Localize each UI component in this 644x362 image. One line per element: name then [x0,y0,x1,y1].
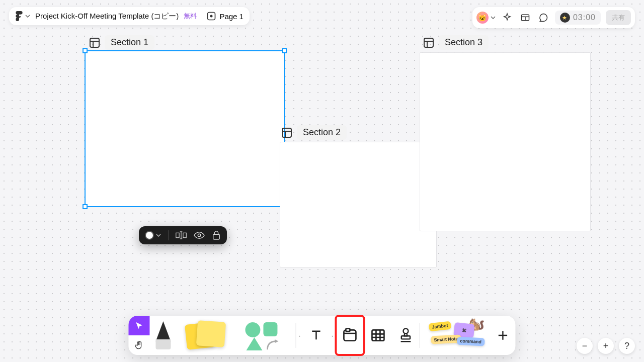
timer-chip[interactable]: ★ 03:00 [555,11,601,25]
sticky-note-tool[interactable] [177,316,235,355]
section-3-title: Section 3 [439,35,489,50]
pencil-tool[interactable] [149,316,177,355]
svg-rect-23 [346,329,350,331]
section-3-label[interactable]: Section 3 [423,35,489,50]
selection-handle-tl[interactable] [83,48,88,53]
figma-menu-button[interactable] [15,11,30,21]
separator-dot: · [329,316,336,355]
selection-handle-bl[interactable] [83,204,88,209]
timer-avatar-icon: ★ [560,13,570,23]
color-swatch-icon [145,231,154,240]
section-1-frame[interactable] [85,50,285,207]
topbar-right: 🐱 ★ 03:00 共有 [472,7,635,28]
lock-icon [212,230,221,240]
connector-arrow-icon [266,339,280,350]
section-2-frame[interactable] [280,142,437,267]
document-title[interactable]: Project Kick-Off Meeting Template (コピー) [35,12,179,21]
timer-value: 03:00 [573,13,596,22]
visibility-button[interactable] [194,231,205,239]
stamp-icon [398,327,414,343]
svg-rect-5 [90,38,99,47]
section-icon [423,37,435,49]
divider [168,230,169,240]
svg-rect-15 [183,233,186,237]
selection-handle-tr[interactable] [282,48,287,53]
zoom-controls: − + ? [577,338,635,354]
plus-icon [497,329,510,342]
topbar-left: Project Kick-Off Meeting Template (コピー) … [9,7,250,25]
svg-rect-20 [213,234,220,239]
svg-rect-8 [282,128,291,137]
section-2-title: Section 2 [297,125,347,140]
chevron-down-icon [156,234,161,237]
share-button[interactable]: 共有 [606,10,631,25]
pointer-icon [134,321,143,330]
ai-sparkle-button[interactable] [501,11,514,24]
main-toolbar: · · 🐿️ Jambot ⌘ Smart Note command [128,316,515,355]
contextual-toolbar [139,226,227,244]
user-avatar-menu[interactable]: 🐱 [476,12,496,24]
table-tool[interactable] [364,316,392,355]
stamp-tool[interactable] [392,316,420,355]
shapes-icon [244,320,286,350]
chevron-down-icon [25,15,30,18]
svg-rect-11 [424,38,433,47]
pointer-tool-group [128,316,149,355]
section-tool-icon [342,327,358,343]
widgets-icon: 🐿️ Jambot ⌘ Smart Note command [429,320,481,350]
more-tools-button[interactable] [491,316,516,355]
section-2-label[interactable]: Section 2 [281,125,347,140]
plan-badge[interactable]: 無料 [184,12,197,21]
user-avatar-icon: 🐱 [476,12,489,24]
section-icon [281,127,293,139]
separator-dot: · [296,316,303,355]
svg-point-29 [404,328,409,333]
sparkle-icon [502,13,512,23]
zoom-out-button[interactable]: − [577,338,593,354]
comment-icon [538,13,548,23]
pencil-icon [155,321,171,349]
text-tool[interactable] [303,316,329,355]
rename-button[interactable] [176,231,187,240]
svg-point-1 [210,15,213,18]
text-icon [309,328,323,342]
sticky-note-icon [186,320,226,350]
hand-tool[interactable] [128,335,149,355]
section-1-label[interactable]: Section 1 [89,35,154,50]
page-label: Page 1 [219,12,244,21]
figma-logo-icon [15,11,23,21]
rename-icon [176,231,187,240]
section-icon [89,37,101,49]
shapes-tool[interactable] [235,316,295,355]
layout-grid-button[interactable] [519,11,532,24]
help-button[interactable]: ? [619,338,635,354]
eye-icon [194,231,205,239]
chevron-down-icon [491,16,496,19]
svg-rect-14 [176,233,179,237]
svg-rect-30 [401,336,410,339]
hand-icon [134,340,144,350]
page-icon [206,11,216,21]
widgets-tool[interactable]: 🐿️ Jambot ⌘ Smart Note command [420,316,491,355]
section-1-title: Section 1 [105,35,154,50]
svg-point-19 [198,234,201,237]
fill-color-button[interactable] [145,231,161,240]
svg-rect-24 [372,330,384,340]
lock-button[interactable] [212,230,221,240]
select-tool[interactable] [128,316,149,335]
comment-button[interactable] [537,11,550,24]
table-icon [370,327,386,343]
section-3-frame[interactable] [420,52,591,231]
section-tool[interactable] [336,316,364,355]
zoom-in-button[interactable]: + [598,338,614,354]
grid-icon [520,13,530,23]
page-selector[interactable]: Page 1 [202,11,244,21]
